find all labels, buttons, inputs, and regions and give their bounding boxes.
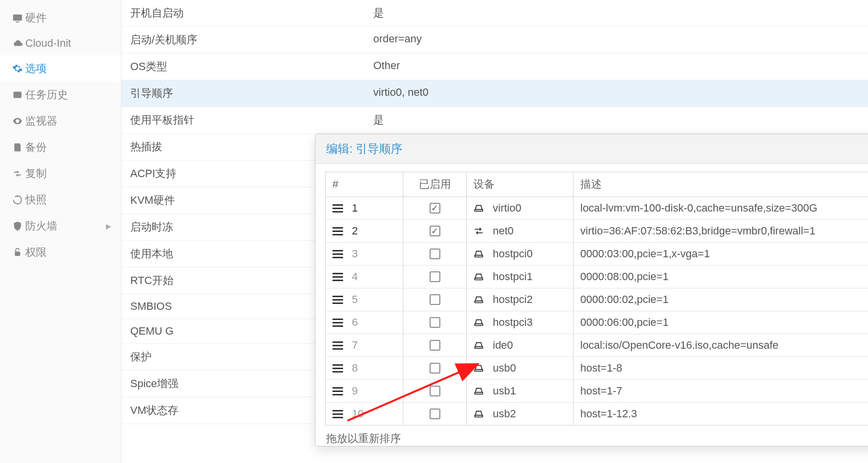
sidebar-item-label: 硬件 [25, 11, 47, 25]
disk-icon [473, 317, 486, 328]
drag-handle-icon[interactable] [332, 409, 343, 419]
enabled-checkbox[interactable] [430, 226, 440, 236]
order-number: 6 [352, 316, 358, 329]
order-cell: 2 [326, 220, 403, 242]
device-name: net0 [493, 225, 514, 237]
drag-handle-icon[interactable] [332, 203, 343, 214]
sidebar-item-label: 快照 [25, 193, 47, 207]
option-row[interactable]: 引导顺序virtio0, net0 [122, 80, 868, 107]
desc-cell: local-lvm:vm-100-disk-0,cache=unsafe,siz… [573, 197, 868, 219]
disk-icon [473, 386, 486, 396]
svg-rect-14 [475, 392, 483, 394]
svg-rect-15 [475, 415, 483, 417]
sidebar-item-cloudinit[interactable]: Cloud-Init [0, 31, 121, 55]
boot-order-grid: # 已启用 设备 描述 1virtio0local-lvm:vm-100-dis… [325, 172, 868, 426]
order-cell: 5 [326, 288, 403, 311]
option-value: virtio0, net0 [373, 86, 859, 101]
boot-row[interactable]: 6hostpci30000:06:00,pcie=1 [326, 311, 868, 334]
option-row[interactable]: 启动/关机顺序order=any [122, 27, 868, 53]
desc-cell: 0000:06:00,pcie=1 [573, 311, 868, 334]
drag-handle-icon[interactable] [332, 295, 343, 305]
svg-rect-8 [475, 255, 483, 257]
device-name: hostpci1 [493, 270, 533, 283]
enabled-checkbox[interactable] [430, 386, 440, 396]
device-cell: virtio0 [467, 197, 573, 219]
snapshots-icon [10, 195, 25, 205]
enabled-checkbox[interactable] [430, 409, 440, 419]
enabled-cell [403, 357, 467, 379]
boot-row[interactable]: 5hostpci20000:00:02,pcie=1 [326, 288, 868, 311]
drag-handle-icon[interactable] [332, 318, 343, 328]
enabled-cell [403, 403, 467, 425]
sidebar-item-label: Cloud-Init [25, 37, 71, 50]
col-enabled: 已启用 [403, 172, 467, 197]
device-name: hostpci0 [493, 248, 533, 260]
boot-row[interactable]: 3hostpci00000:03:00,pcie=1,x-vga=1 [326, 242, 868, 265]
boot-row[interactable]: 1virtio0local-lvm:vm-100-disk-0,cache=un… [326, 197, 868, 219]
desc-cell: 0000:03:00,pcie=1,x-vga=1 [573, 243, 868, 265]
device-cell: hostpci1 [467, 266, 573, 288]
order-number: 10 [352, 408, 364, 420]
option-row[interactable]: 开机自启动是 [122, 0, 868, 27]
device-name: usb0 [493, 362, 516, 374]
drag-handle-icon[interactable] [332, 340, 343, 351]
drag-handle-icon[interactable] [332, 226, 343, 236]
sidebar-item-hardware[interactable]: 硬件 [0, 5, 121, 31]
device-cell: usb1 [467, 380, 573, 402]
order-number: 9 [352, 385, 358, 397]
sidebar-item-snapshots[interactable]: 快照 [0, 187, 121, 213]
boot-row[interactable]: 8usb0host=1-8 [326, 356, 868, 379]
order-cell: 4 [326, 266, 403, 288]
drag-handle-icon[interactable] [332, 363, 343, 374]
enabled-cell [403, 220, 467, 242]
desc-cell: host=1-8 [573, 357, 868, 379]
sidebar-item-options[interactable]: 选项 [0, 55, 121, 82]
boot-row[interactable]: 7ide0local:iso/OpenCore-v16.iso,cache=un… [326, 334, 868, 356]
enabled-checkbox[interactable] [430, 203, 440, 214]
option-row[interactable]: OS类型Other [122, 53, 868, 80]
svg-rect-11 [475, 324, 483, 326]
grid-header: # 已启用 设备 描述 [326, 172, 868, 197]
sidebar-item-permissions[interactable]: 权限 [0, 239, 121, 266]
option-key: 使用平板指针 [130, 113, 373, 127]
boot-order-dialog: 编辑: 引导顺序 ✕ # 已启用 设备 描述 1virtio0local-lvm… [315, 134, 868, 446]
enabled-checkbox[interactable] [430, 249, 440, 259]
option-value: 是 [373, 113, 859, 127]
enabled-checkbox[interactable] [430, 271, 440, 282]
disk-icon [473, 271, 486, 282]
option-key: 引导顺序 [130, 86, 373, 101]
svg-rect-12 [475, 347, 483, 349]
sidebar-item-backup[interactable]: 备份 [0, 134, 121, 160]
enabled-checkbox[interactable] [430, 363, 440, 374]
replication-icon [10, 168, 25, 179]
enabled-checkbox[interactable] [430, 317, 440, 328]
drag-handle-icon[interactable] [332, 272, 343, 282]
enabled-checkbox[interactable] [430, 340, 440, 351]
svg-rect-1 [16, 21, 19, 22]
svg-rect-13 [475, 370, 483, 372]
enabled-checkbox[interactable] [430, 294, 440, 305]
desc-cell: local:iso/OpenCore-v16.iso,cache=unsafe [573, 334, 868, 356]
boot-row[interactable]: 4hostpci10000:08:00,pcie=1 [326, 265, 868, 288]
drag-handle-icon[interactable] [332, 249, 343, 259]
enabled-cell [403, 197, 467, 219]
sidebar-item-replication[interactable]: 复制 [0, 160, 121, 187]
boot-row[interactable]: 2net0virtio=36:AF:07:58:62:B3,bridge=vmb… [326, 219, 868, 242]
sidebar-item-firewall[interactable]: 防火墙▶ [0, 213, 121, 239]
boot-row[interactable]: 9usb1host=1-7 [326, 379, 868, 402]
boot-row[interactable]: 10usb2host=1-12.3 [326, 402, 868, 425]
chevron-right-icon: ▶ [106, 222, 111, 230]
col-index: # [326, 172, 403, 197]
dialog-body: # 已启用 设备 描述 1virtio0local-lvm:vm-100-dis… [315, 164, 868, 427]
sidebar-item-monitor[interactable]: 监视器 [0, 108, 121, 134]
order-number: 7 [352, 339, 358, 352]
sidebar-item-taskhistory[interactable]: 任务历史 [0, 82, 121, 108]
order-number: 2 [352, 225, 358, 237]
drag-handle-icon[interactable] [332, 386, 343, 396]
device-name: usb2 [493, 408, 516, 420]
dialog-title: 编辑: 引导顺序 [326, 141, 402, 157]
option-row[interactable]: 使用平板指针是 [122, 107, 868, 134]
order-cell: 6 [326, 311, 403, 334]
taskhistory-icon [10, 89, 25, 100]
option-key: OS类型 [130, 59, 373, 74]
